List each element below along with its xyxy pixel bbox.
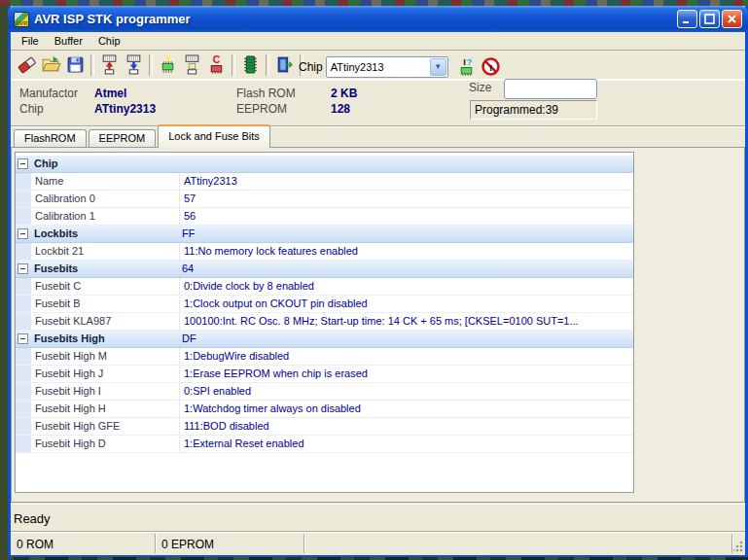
window-title: AVR ISP STK programmer [34,12,672,26]
row-gutter [16,401,31,417]
table-row[interactable]: Calibration 057 [16,191,633,208]
toolbar: C Chip ATtiny2313 ▼ I?! [11,50,745,81]
group-row[interactable]: Fusebits64 [16,261,633,278]
eeprom-value: 128 [331,102,350,116]
svg-text:!: ! [489,62,492,73]
tab-eeprom[interactable]: EEPROM [89,129,157,148]
row-label: Fusebit High H [31,401,180,417]
table-row[interactable]: Fusebit C0:Divide clock by 8 enabled [16,278,633,296]
row-gutter [16,366,31,382]
menu-chip[interactable]: Chip [90,33,128,49]
chip-read-icon[interactable] [122,52,146,77]
table-row[interactable]: Lockbit 2111:No memory lock features ena… [16,243,633,261]
menu-file[interactable]: File [14,33,47,49]
table-row[interactable]: Fusebit High D1:External Reset enabled [16,436,633,453]
collapse-icon[interactable] [18,158,28,169]
eraser-icon[interactable] [15,52,39,77]
table-row[interactable]: NameATtiny2313 [16,173,633,191]
size-input[interactable] [504,79,597,99]
row-label: Fusebit High J [31,366,180,382]
chip-combobox-value: ATtiny2313 [327,61,430,73]
row-label: Fusebits High [30,331,178,347]
table-row[interactable]: Fusebit KLA987100100:Int. RC Osc. 8 MHz;… [16,313,633,331]
save-icon[interactable] [63,52,88,77]
row-value: DF [178,331,633,347]
row-gutter [16,296,31,312]
chip-value: ATtiny2313 [94,102,156,116]
maximize-button[interactable] [699,10,720,28]
toolbar-separator [90,54,94,76]
row-value: 11:No memory lock features enabled [180,243,633,260]
minimize-button[interactable] [677,10,697,28]
group-row[interactable]: Chip [16,156,633,173]
close-button[interactable] [722,10,742,28]
toolbar-separator [266,54,269,76]
row-value: FF [178,226,633,242]
status-message: Ready [14,511,51,526]
table-row[interactable]: Fusebit High J1:Erase EEPROM when chip i… [16,366,633,383]
resize-grip[interactable] [730,540,744,553]
chip-combobox[interactable]: ATtiny2313 ▼ [326,56,448,78]
row-gutter [16,156,30,172]
chip-write-icon[interactable] [97,52,122,77]
row-gutter [16,383,31,400]
programmed-count: Programmed:39 [470,100,597,120]
row-value: 56 [180,208,633,225]
row-value: 1:DebugWire disabled [180,348,633,365]
row-label: Lockbit 21 [31,243,180,260]
row-label: Fusebit KLA987 [31,313,180,330]
row-value: 0:Divide clock by 8 enabled [180,278,633,295]
row-value: 111:BOD disabled [180,418,633,435]
identify-chip-icon[interactable]: I? [454,54,479,79]
table-row[interactable]: Fusebit High I0:SPI enabled [16,383,633,401]
group-row[interactable]: LockbitsFF [16,226,633,243]
collapse-icon[interactable] [18,333,28,344]
table-row[interactable]: Fusebit High H1:Watchdog timer always on… [16,401,633,418]
svg-text:C: C [213,54,221,65]
row-value: 1:Watchdog timer always on disabled [180,401,633,417]
status-panels: 0 ROM0 EPROM [11,531,745,555]
cancel-icon[interactable]: ! [479,54,503,79]
row-label: Fusebit High GFE [31,418,180,435]
row-value: 64 [178,261,633,277]
table-row[interactable]: Calibration 156 [16,208,633,226]
ic-icon[interactable] [238,52,263,77]
chip-blank-icon[interactable] [156,52,180,77]
chip-erase-icon[interactable]: C [204,52,229,77]
row-gutter [16,278,31,295]
row-label: Name [31,173,180,190]
app-icon: AVR [14,12,29,27]
svg-text:?: ? [466,56,472,67]
title-bar[interactable]: AVR AVR ISP STK programmer [8,6,748,32]
row-value: 100100:Int. RC Osc. 8 MHz; Start-up time… [180,313,633,330]
table-row[interactable]: Fusebit High M1:DebugWire disabled [16,348,633,366]
row-gutter [16,173,31,190]
status-bar: Ready [11,504,745,532]
exit-icon[interactable] [272,52,297,77]
row-label: Fusebits [30,261,178,277]
group-row[interactable]: Fusebits HighDF [16,331,633,348]
row-gutter [16,348,31,365]
collapse-icon[interactable] [18,228,28,239]
row-value: 1:External Reset enabled [180,436,633,452]
row-gutter [16,436,31,452]
open-file-icon[interactable] [39,52,63,77]
menu-buffer[interactable]: Buffer [47,33,90,49]
chip-label: Chip [19,102,44,116]
table-row[interactable]: Fusebit High GFE111:BOD disabled [16,418,633,436]
flash-rom-label: Flash ROM [236,87,296,100]
chevron-down-icon[interactable]: ▼ [430,58,446,76]
row-value: 1:Erase EEPROM when chip is erased [180,366,633,382]
row-gutter [16,261,30,277]
fuse-grid: ChipNameATtiny2313Calibration 057Calibra… [15,152,634,493]
collapse-icon[interactable] [18,263,28,274]
tab-flashrom[interactable]: FlashROM [14,129,87,148]
manufactor-value: Atmel [94,87,126,100]
row-label: Fusebit B [31,296,180,312]
row-gutter [16,191,31,207]
table-row[interactable]: Fusebit B1:Clock output on CKOUT pin dis… [16,296,633,313]
eeprom-label: EEPROM [236,102,287,116]
tab-lock-and-fuse-bits[interactable]: Lock and Fuse Bits [158,124,270,148]
window-controls [677,10,742,28]
chip-verify-icon[interactable] [180,52,204,77]
